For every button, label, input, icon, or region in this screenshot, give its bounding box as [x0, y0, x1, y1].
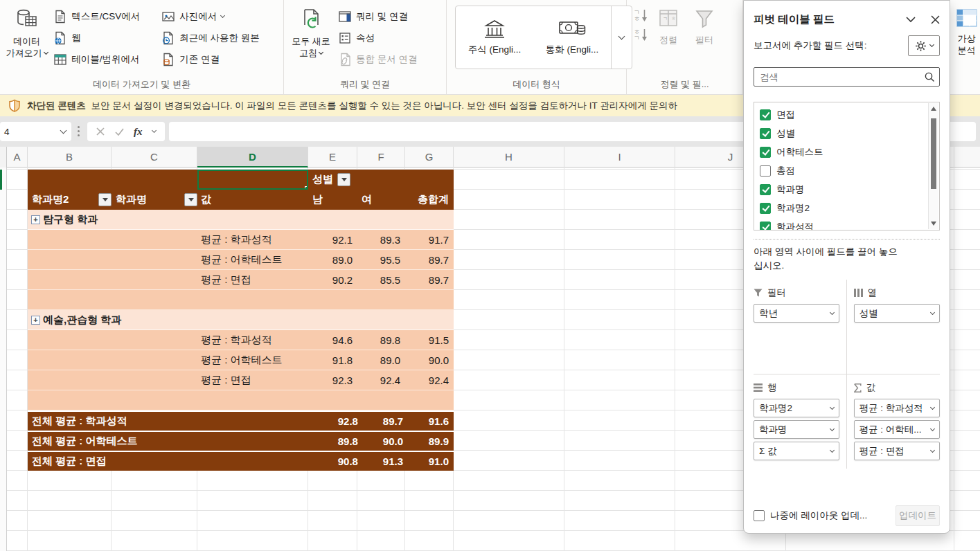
pivot-value-cell[interactable]: 85.5	[357, 270, 405, 289]
tools-button[interactable]	[908, 35, 940, 56]
pivot-value-cell[interactable]: 89.9	[408, 432, 454, 451]
filter-dropdown-button[interactable]	[98, 193, 112, 206]
pivot-value-cell[interactable]: 91.8	[308, 350, 357, 370]
column-header-E[interactable]: E	[308, 147, 357, 168]
scroll-thumb[interactable]	[931, 118, 936, 189]
pivot-row-field[interactable]: 학과명	[112, 190, 197, 210]
pivot-value-cell[interactable]: 89.8	[357, 330, 405, 350]
value-label[interactable]: 평균 : 어학테스트	[197, 250, 308, 269]
pivot-value-cell[interactable]: 91.3	[363, 452, 408, 471]
existing-connections-button[interactable]: 기존 연결	[157, 48, 279, 70]
formula-bar-grip[interactable]	[78, 126, 80, 136]
pivot-value-cell[interactable]: 91.7	[405, 230, 454, 249]
field-item[interactable]: 면접	[754, 105, 939, 124]
column-header-G[interactable]: G	[405, 147, 454, 168]
field-item[interactable]: 어학테스트	[754, 143, 939, 161]
value-label[interactable]: 평균 : 학과성적	[197, 230, 308, 249]
pivot-value-cell[interactable]: 89.7	[405, 250, 454, 269]
column-header-D[interactable]: D	[197, 147, 308, 168]
column-header-C[interactable]: C	[112, 147, 197, 168]
filter-drop-zone[interactable]: 학년	[754, 302, 839, 368]
field-item[interactable]: 성별	[754, 124, 939, 143]
pivot-value-cell[interactable]: 89.0	[308, 250, 357, 269]
from-web-button[interactable]: 웹	[49, 27, 157, 48]
pivot-value-cell[interactable]: 90.2	[308, 270, 357, 289]
area-field-item[interactable]: Σ 값	[754, 442, 839, 460]
pivot-value-cell[interactable]: 91.0	[408, 452, 454, 471]
columns-drop-zone[interactable]: 성별	[854, 302, 941, 368]
sort-descending-icon[interactable]: ㅎㄱ	[634, 28, 648, 42]
column-header-B[interactable]: B	[28, 147, 112, 168]
field-item[interactable]: 학과성적	[754, 217, 939, 231]
field-item[interactable]: 학과명2	[754, 199, 939, 217]
fill-handle[interactable]	[305, 186, 308, 190]
pivot-value-cell[interactable]: 92.1	[308, 230, 357, 249]
defer-layout-checkbox[interactable]	[754, 510, 765, 521]
recent-sources-button[interactable]: 최근에 사용한 원본	[157, 27, 279, 48]
queries-connections-button[interactable]: 쿼리 및 연결	[334, 6, 438, 27]
cancel-icon[interactable]	[96, 127, 105, 136]
get-data-button[interactable]: 데이터 가져오기	[4, 3, 49, 73]
value-label[interactable]: 평균 : 면접	[197, 370, 308, 390]
search-input[interactable]	[760, 72, 924, 82]
rows-drop-zone[interactable]: 학과명2 학과명 Σ 값	[754, 397, 839, 463]
column-header-A[interactable]: A	[7, 147, 28, 168]
area-field-item[interactable]: 평균 : 학과성적	[854, 399, 941, 417]
pivot-value-cell[interactable]: 90.0	[363, 432, 408, 451]
name-box[interactable]: 4	[0, 122, 71, 141]
search-box[interactable]	[754, 67, 940, 87]
pivot-value-cell[interactable]: 95.5	[357, 250, 405, 269]
pivot-value-cell[interactable]: 92.3	[308, 370, 357, 390]
area-field-item[interactable]: 성별	[854, 304, 941, 323]
field-item[interactable]: 총점	[754, 161, 939, 180]
chevron-down-icon[interactable]	[152, 128, 157, 133]
pivot-value-cell[interactable]: 89.0	[357, 350, 405, 370]
area-field-item[interactable]: 학년	[754, 304, 839, 323]
pivot-value-cell[interactable]: 92.4	[405, 370, 454, 390]
values-drop-zone[interactable]: 평균 : 학과성적 평균 : 어학테... 평균 : 면접	[854, 397, 941, 463]
area-field-item[interactable]: 학과명2	[754, 399, 839, 417]
field-checkbox[interactable]	[760, 128, 771, 139]
field-item[interactable]: 학과명	[754, 180, 939, 199]
selected-cell[interactable]	[197, 170, 308, 190]
currency-button[interactable]: 통화 (Engli...	[533, 6, 611, 69]
area-field-item[interactable]: 평균 : 면접	[854, 442, 941, 460]
expand-icon[interactable]: +	[31, 215, 40, 224]
sort-ascending-icon[interactable]: ㄱㅎ	[634, 9, 648, 23]
pivot-value-cell[interactable]: 92.8	[317, 412, 363, 431]
filter-dropdown-button[interactable]	[337, 173, 350, 186]
pivot-value-cell[interactable]: 92.4	[357, 370, 405, 390]
sort-button[interactable]: ㄱ ㅎ 정렬	[650, 3, 686, 73]
value-label[interactable]: 평균 : 면접	[197, 270, 308, 289]
field-checkbox[interactable]	[760, 203, 771, 214]
field-checkbox[interactable]	[760, 222, 771, 231]
pivot-value-cell[interactable]: 91.5	[405, 330, 454, 350]
pivot-value-cell[interactable]: 90.8	[317, 452, 363, 471]
insert-function-icon[interactable]: fx	[134, 126, 143, 138]
column-header-H[interactable]: H	[454, 147, 564, 168]
pivot-value-cell[interactable]: 94.6	[308, 330, 357, 350]
select-all-corner[interactable]	[0, 147, 7, 168]
from-table-range-button[interactable]: 테이블/범위에서	[49, 48, 157, 70]
pivot-row-field[interactable]: 학과명2	[28, 190, 112, 210]
pivot-value-cell[interactable]: 91.6	[408, 412, 454, 431]
expand-icon[interactable]: +	[31, 316, 40, 325]
field-checkbox[interactable]	[760, 109, 771, 120]
column-header-I[interactable]: I	[564, 147, 675, 168]
filter-dropdown-button[interactable]	[184, 193, 197, 206]
from-picture-button[interactable]: 사진에서	[157, 6, 279, 27]
value-label[interactable]: 평균 : 학과성적	[197, 330, 308, 350]
value-label[interactable]: 평균 : 어학테스트	[197, 350, 308, 370]
pivot-value-cell[interactable]: 89.7	[363, 412, 408, 431]
from-text-csv-button[interactable]: 텍스트/CSV에서	[49, 6, 157, 27]
panel-collapse-icon[interactable]	[906, 17, 916, 23]
area-field-item[interactable]: 학과명	[754, 420, 839, 439]
pivot-value-cell[interactable]: 89.3	[357, 230, 405, 249]
properties-button[interactable]: 속성	[334, 27, 438, 48]
refresh-all-button[interactable]: 모두 새로 고침	[288, 3, 334, 73]
close-icon[interactable]	[931, 15, 940, 24]
scroll-up-icon[interactable]	[931, 107, 936, 111]
pivot-column-field[interactable]: 성별	[308, 170, 357, 190]
pivot-value-cell[interactable]: 89.8	[317, 432, 363, 451]
workbook-links-button[interactable]: 통합 문서 연결	[334, 48, 438, 70]
